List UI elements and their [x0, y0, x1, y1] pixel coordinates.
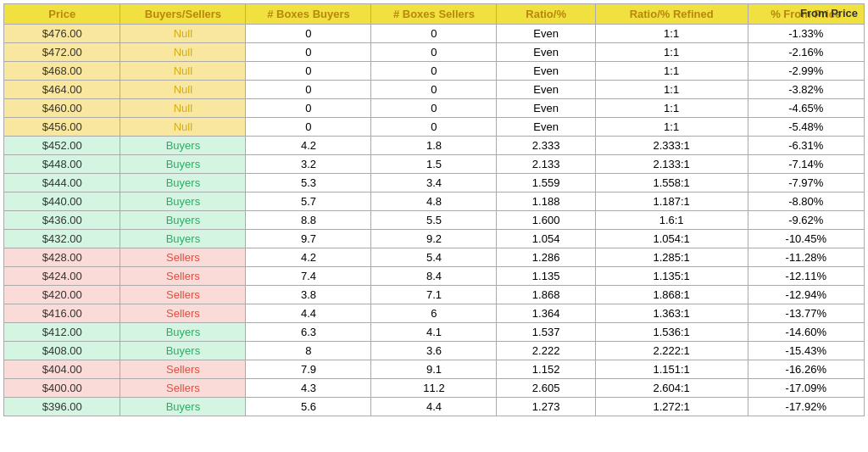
cell-ratio-refined: 1.6:1	[595, 211, 748, 230]
table-row: $468.00Null00Even1:1-2.99%	[4, 62, 865, 81]
cell-ratio: Even	[497, 81, 595, 99]
col-header-ratio-refined: Ratio/% Refined	[595, 4, 748, 25]
cell-from-price: -9.62%	[748, 211, 864, 230]
cell-from-price: -8.80%	[748, 193, 864, 211]
cell-ratio-refined: 1.868:1	[595, 286, 748, 304]
cell-boxes-sellers: 3.6	[371, 342, 497, 360]
cell-ratio: 2.222	[497, 342, 595, 360]
cell-ratio: 1.537	[497, 323, 595, 342]
cell-price: $472.00	[4, 43, 120, 62]
cell-type: Sellers	[120, 304, 246, 323]
cell-from-price: -6.31%	[748, 137, 864, 155]
cell-price: $432.00	[4, 230, 120, 248]
cell-ratio: 1.364	[497, 304, 595, 323]
table-row: $476.00Null00Even1:1-1.33%	[4, 25, 865, 43]
cell-ratio: 1.054	[497, 230, 595, 248]
table-row: $456.00Null00Even1:1-5.48%	[4, 118, 865, 137]
col-header-ratio: Ratio/%	[497, 4, 595, 25]
cell-ratio-refined: 2.222:1	[595, 342, 748, 360]
cell-price: $404.00	[4, 360, 120, 379]
cell-price: $400.00	[4, 379, 120, 398]
cell-ratio: 1.868	[497, 286, 595, 304]
cell-ratio-refined: 1.558:1	[595, 174, 748, 193]
cell-ratio-refined: 1:1	[595, 25, 748, 43]
cell-ratio-refined: 1.536:1	[595, 323, 748, 342]
cell-price: $420.00	[4, 286, 120, 304]
cell-boxes-buyers: 8.8	[246, 211, 371, 230]
cell-ratio-refined: 2.604:1	[595, 379, 748, 398]
table-row: $448.00Buyers3.21.52.1332.133:1-7.14%	[4, 155, 865, 174]
cell-ratio: 2.333	[497, 137, 595, 155]
cell-ratio: 1.135	[497, 267, 595, 286]
cell-boxes-buyers: 4.4	[246, 304, 371, 323]
cell-boxes-buyers: 8	[246, 342, 371, 360]
cell-from-price: -10.45%	[748, 230, 864, 248]
cell-ratio-refined: 1.135:1	[595, 267, 748, 286]
cell-type: Null	[120, 62, 246, 81]
cell-price: $476.00	[4, 25, 120, 43]
cell-from-price: -12.11%	[748, 267, 864, 286]
cell-ratio-refined: 1:1	[595, 43, 748, 62]
cell-boxes-buyers: 3.8	[246, 286, 371, 304]
table-row: $420.00Sellers3.87.11.8681.868:1-12.94%	[4, 286, 865, 304]
cell-ratio: 1.188	[497, 193, 595, 211]
cell-ratio-refined: 1:1	[595, 81, 748, 99]
cell-boxes-sellers: 5.4	[371, 248, 497, 267]
cell-price: $452.00	[4, 137, 120, 155]
cell-from-price: -2.16%	[748, 43, 864, 62]
cell-type: Buyers	[120, 323, 246, 342]
cell-ratio: 1.273	[497, 398, 595, 416]
col-header-price: Price	[4, 4, 120, 25]
cell-ratio: 2.605	[497, 379, 595, 398]
cell-from-price: -14.60%	[748, 323, 864, 342]
cell-boxes-sellers: 11.2	[371, 379, 497, 398]
cell-price: $412.00	[4, 323, 120, 342]
cell-from-price: -16.26%	[748, 360, 864, 379]
table-row: $432.00Buyers9.79.21.0541.054:1-10.45%	[4, 230, 865, 248]
cell-boxes-sellers: 0	[371, 118, 497, 137]
table-row: $472.00Null00Even1:1-2.16%	[4, 43, 865, 62]
cell-type: Sellers	[120, 379, 246, 398]
table-row: $440.00Buyers5.74.81.1881.187:1-8.80%	[4, 193, 865, 211]
cell-from-price: -13.77%	[748, 304, 864, 323]
cell-type: Sellers	[120, 286, 246, 304]
cell-type: Buyers	[120, 342, 246, 360]
cell-price: $428.00	[4, 248, 120, 267]
data-table: Price Buyers/Sellers # Boxes Buyers # Bo…	[3, 3, 865, 416]
cell-boxes-buyers: 3.2	[246, 155, 371, 174]
cell-type: Null	[120, 25, 246, 43]
cell-boxes-sellers: 0	[371, 25, 497, 43]
table-row: $396.00Buyers5.64.41.2731.272:1-17.92%	[4, 398, 865, 416]
cell-ratio: Even	[497, 43, 595, 62]
header-row: Price Buyers/Sellers # Boxes Buyers # Bo…	[4, 4, 865, 25]
cell-price: $448.00	[4, 155, 120, 174]
cell-type: Sellers	[120, 360, 246, 379]
cell-type: Buyers	[120, 174, 246, 193]
cell-price: $436.00	[4, 211, 120, 230]
cell-boxes-buyers: 0	[246, 25, 371, 43]
cell-ratio-refined: 1:1	[595, 99, 748, 118]
cell-boxes-sellers: 9.2	[371, 230, 497, 248]
cell-ratio-refined: 1:1	[595, 118, 748, 137]
cell-boxes-sellers: 6	[371, 304, 497, 323]
cell-ratio: Even	[497, 99, 595, 118]
table-row: $460.00Null00Even1:1-4.65%	[4, 99, 865, 118]
cell-boxes-buyers: 6.3	[246, 323, 371, 342]
cell-ratio-refined: 1.272:1	[595, 398, 748, 416]
cell-price: $396.00	[4, 398, 120, 416]
table-row: $416.00Sellers4.461.3641.363:1-13.77%	[4, 304, 865, 323]
cell-ratio: Even	[497, 62, 595, 81]
cell-price: $424.00	[4, 267, 120, 286]
cell-from-price: -2.99%	[748, 62, 864, 81]
cell-ratio-refined: 1.187:1	[595, 193, 748, 211]
cell-type: Sellers	[120, 267, 246, 286]
cell-type: Buyers	[120, 211, 246, 230]
cell-type: Buyers	[120, 137, 246, 155]
cell-ratio: 1.559	[497, 174, 595, 193]
cell-boxes-buyers: 4.2	[246, 248, 371, 267]
cell-boxes-buyers: 0	[246, 118, 371, 137]
cell-boxes-sellers: 3.4	[371, 174, 497, 193]
cell-from-price: -1.33%	[748, 25, 864, 43]
cell-boxes-buyers: 0	[246, 43, 371, 62]
cell-price: $468.00	[4, 62, 120, 81]
